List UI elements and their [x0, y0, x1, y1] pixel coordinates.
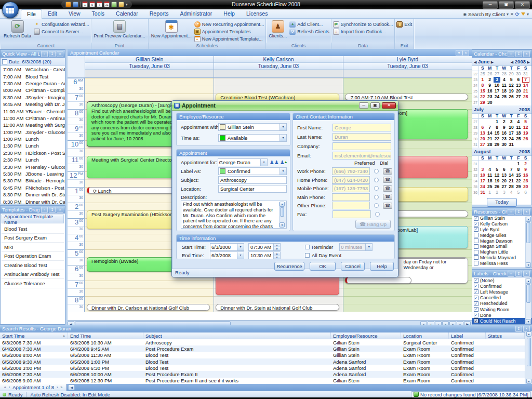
resource-meghan-little[interactable]: Meghan Little [472, 249, 531, 255]
mini-day-1[interactable]: 1 [486, 190, 494, 195]
resource-name[interactable]: Gillian Stein [85, 56, 214, 63]
mini-day-21[interactable]: 21 [508, 178, 515, 184]
restore-panel-icon[interactable]: ▫ [508, 271, 514, 277]
mini-day-7[interactable]: 7 [508, 167, 515, 172]
checkbox-icon[interactable] [474, 233, 478, 237]
quick-view-item[interactable]: 9:45 AMMeeting with Dr. Jo... [1, 101, 65, 108]
pin-icon[interactable]: ↧ [515, 326, 522, 332]
field-main-phone[interactable] [332, 193, 370, 201]
chevron-down-icon[interactable]: ▾ [507, 12, 509, 17]
checkbox-icon[interactable]: ✓ [474, 216, 478, 221]
template-creatine-blood-test[interactable]: Creatine Blood Test [2, 261, 64, 270]
mini-day-1[interactable]: 1 [479, 77, 486, 83]
filter-funnel-icon[interactable] [521, 12, 525, 16]
mini-day-28[interactable]: 28 [522, 94, 529, 100]
cal-1-icon[interactable]: 1 [82, 2, 88, 7]
pin-icon[interactable]: ↧ [515, 271, 522, 277]
scroll-down-icon[interactable]: ▼ [526, 262, 531, 268]
resource-medge-giles[interactable]: Medge Giles [472, 232, 531, 238]
mini-day-5[interactable]: 5 [515, 190, 522, 195]
mini-day-16[interactable]: 16 [486, 88, 494, 94]
scrollbar-thumb[interactable] [526, 284, 530, 303]
mini-day-19[interactable]: 19 [522, 130, 529, 136]
quick-view-item[interactable]: 7:00 AMBlood Test [1, 73, 65, 79]
quick-view-item[interactable]: 1:30 PMLunch [1, 142, 65, 149]
tab-calendar[interactable]: Calendar [110, 9, 144, 19]
collapse-icon[interactable]: − [2, 59, 7, 64]
mini-day-24[interactable]: 24 [508, 136, 515, 142]
mini-day-27[interactable]: 27 [515, 94, 522, 100]
label-none[interactable]: ✓(None) [472, 277, 531, 283]
labels-scrollbar[interactable]: ▲ ▼ [525, 278, 531, 324]
minimize-button-icon[interactable]: ─ [483, 1, 498, 9]
label-confirmed[interactable]: ✓Confirmed [472, 283, 531, 289]
mini-day-18[interactable]: 18 [515, 130, 522, 136]
quick-view-item[interactable]: 5:30 PMJBoone - Leaving Early [1, 170, 65, 177]
end-date-combo[interactable]: 6/3/2008 ▾ [210, 251, 244, 259]
mini-day-22[interactable]: 22 [479, 94, 486, 100]
mini-day-16[interactable]: 16 [500, 130, 508, 136]
column-header-employee-resource[interactable]: Employee/Resource [331, 332, 401, 339]
quick-view-item[interactable]: 8:00 AMCPittman - Complain... [1, 87, 65, 94]
app-logo-icon[interactable] [65, 2, 71, 7]
mini-day-5[interactable]: 5 [508, 77, 515, 83]
tab-tools[interactable]: Tools [86, 9, 111, 19]
mini-day-19[interactable]: 19 [494, 178, 501, 184]
quick-view-item[interactable]: 8:30 AMJSnyder - Imaging [1, 94, 65, 101]
close-panel-icon[interactable]: × [523, 271, 530, 277]
report-icon[interactable] [111, 2, 117, 7]
mini-day-1[interactable]: 1 [494, 119, 501, 125]
mini-day-5[interactable]: 5 [494, 167, 501, 172]
quick-view-item[interactable]: 6:45 PMFNicholson - Post O... [1, 184, 65, 191]
resource-name[interactable]: Kelly Carlson [214, 56, 342, 63]
mini-day-25[interactable]: 25 [479, 71, 486, 77]
mini-day-10[interactable]: 10 [479, 172, 486, 178]
ribbon-button-exit[interactable]: ▮Exit [396, 21, 412, 28]
template-glucose-tolerance[interactable]: Glucose Tolerance [2, 279, 64, 288]
ribbon-button-appointment-templates[interactable]: ▣Appointment Templates [194, 28, 264, 35]
dial-button-icon[interactable]: ☎ [383, 185, 392, 192]
mini-day-18[interactable]: 18 [486, 178, 494, 184]
table-row[interactable]: 6/4/2008 7:30 AM6/4/2008 9:45 AMPost Pro… [0, 345, 532, 352]
mini-day-20[interactable]: 20 [515, 88, 522, 94]
tab-view[interactable]: View [63, 9, 86, 19]
ribbon-button-clients[interactable]: ♟Clients... [268, 20, 288, 39]
mini-day-3[interactable]: 3 [479, 167, 486, 172]
reminder-checkbox[interactable] [305, 245, 310, 249]
time-slot[interactable] [343, 304, 472, 312]
mini-day-25[interactable]: 25 [515, 136, 522, 142]
mini-day-2[interactable]: 2 [494, 190, 501, 195]
mini-day-7[interactable]: 7 [486, 125, 494, 130]
resources-scrollbar[interactable]: ▲ ▼ [525, 217, 531, 268]
checkbox-icon[interactable] [474, 261, 478, 265]
field-last-name[interactable]: Duran [332, 133, 391, 141]
preferred-radio[interactable] [374, 195, 379, 200]
mini-day-10[interactable]: 10 [508, 125, 515, 130]
resource-melinda-maynard[interactable]: Melinda Maynard [472, 255, 531, 261]
scroll-down-icon[interactable]: ▼ [526, 379, 531, 384]
time-as-combo[interactable]: Available ▾ [218, 134, 287, 142]
mini-day-29[interactable]: 29 [479, 100, 486, 105]
quick-view-item[interactable]: 1:00 PMLunch [1, 136, 65, 142]
next-record-icon[interactable]: › [57, 385, 58, 389]
mini-day-11[interactable]: 11 [515, 125, 522, 130]
cal-7-icon[interactable]: 7 [97, 2, 102, 7]
subject-field[interactable]: Arthroscopy [218, 176, 287, 184]
start-time-spinner[interactable]: 07:30 AM ▲▼ [248, 243, 281, 251]
clients-list-icon[interactable]: ♟♟ [270, 159, 279, 165]
scroll-up-icon[interactable]: ▲ [526, 278, 531, 284]
mini-day-28[interactable]: 28 [508, 184, 515, 190]
application-orb-button[interactable] [2, 2, 19, 18]
mini-day-4[interactable]: 4 [515, 119, 522, 125]
template-blood-test[interactable]: Blood Test [2, 224, 64, 234]
scrollbar-thumb[interactable] [527, 338, 531, 366]
mini-day-30[interactable]: 30 [515, 71, 522, 77]
table-row[interactable]: 6/5/2008 8:00 AM6/5/2008 11:30 AMBlood T… [0, 352, 532, 358]
mini-day-29[interactable]: 29 [515, 184, 522, 190]
mini-day-17[interactable]: 17 [508, 130, 515, 136]
resource-kelly-carlson[interactable]: ✓Kelly Carlson [472, 221, 531, 227]
preferred-radio[interactable] [375, 212, 380, 217]
tab-edit[interactable]: Edit [42, 9, 63, 19]
mini-day-3[interactable]: 3 [494, 77, 501, 83]
template-post-operation-exam[interactable]: Post Operation Exam [2, 252, 64, 261]
